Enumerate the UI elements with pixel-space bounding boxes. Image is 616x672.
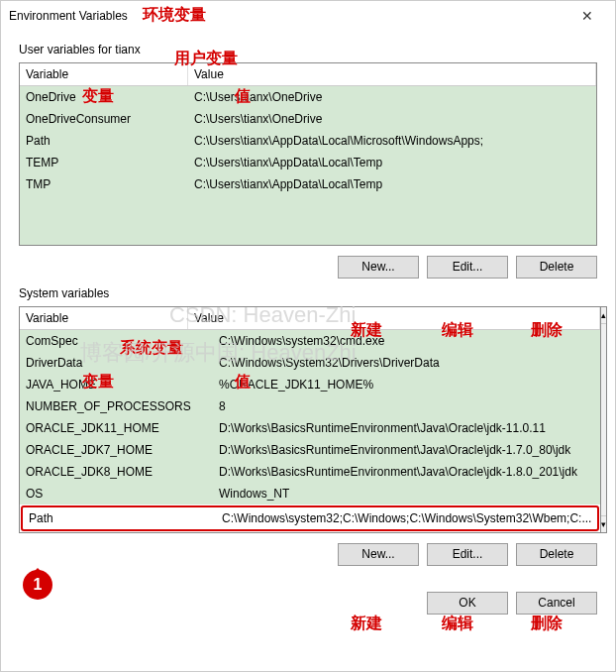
cell-variable: NUMBER_OF_PROCESSORS [20, 397, 213, 415]
window-title: Environment Variables [9, 9, 567, 23]
cell-value: C:\Users\tianx\AppData\Local\Temp [188, 175, 596, 193]
sys-vars-label: System variables [19, 286, 597, 300]
cell-variable: ORACLE_JDK8_HOME [20, 463, 213, 481]
table-row[interactable]: OSWindows_NT [20, 483, 600, 504]
col-variable[interactable]: Variable [20, 63, 188, 85]
cell-variable: ORACLE_JDK11_HOME [20, 419, 213, 437]
cell-value: C:\Users\tianx\OneDrive [188, 110, 596, 128]
cell-variable: ORACLE_JDK7_HOME [20, 441, 213, 459]
scroll-down-icon[interactable]: ▾ [601, 515, 606, 532]
sys-edit-button[interactable]: Edit... [427, 543, 508, 566]
cell-variable: DriverData [20, 354, 213, 372]
ok-cancel-row: OK Cancel [1, 586, 615, 620]
user-vars-listview[interactable]: Variable Value OneDriveC:\Users\tianx\On… [19, 62, 597, 246]
user-vars-header: Variable Value [20, 63, 596, 86]
cell-value: C:\Users\tianx\OneDrive [188, 88, 596, 106]
cell-value: C:\Windows\system32;C:\Windows;C:\Window… [216, 509, 597, 527]
cell-value: 8 [213, 397, 600, 415]
cell-variable: OneDriveConsumer [20, 110, 188, 128]
table-row[interactable]: OneDriveConsumerC:\Users\tianx\OneDrive [20, 108, 596, 130]
sys-delete-button[interactable]: Delete [516, 543, 597, 566]
cell-variable: Path [20, 132, 188, 150]
cell-variable: TEMP [20, 154, 188, 171]
cell-variable: TMP [20, 175, 188, 193]
cell-variable: Path [23, 509, 216, 527]
cell-value: C:\Users\tianx\AppData\Local\Microsoft\W… [188, 132, 596, 150]
table-row[interactable]: DriverDataC:\Windows\System32\Drivers\Dr… [20, 352, 600, 374]
cell-value: C:\Users\tianx\AppData\Local\Temp [188, 154, 596, 171]
table-row[interactable]: TEMPC:\Users\tianx\AppData\Local\Temp [20, 152, 596, 173]
user-new-button[interactable]: New... [338, 256, 419, 279]
dialog-content: User variables for tianx Variable Value … [1, 31, 615, 586]
table-row[interactable]: TMPC:\Users\tianx\AppData\Local\Temp [20, 173, 596, 195]
user-button-row: New... Edit... Delete [19, 256, 597, 279]
sys-vars-wrap: Variable Value ComSpecC:\Windows\system3… [19, 306, 597, 533]
table-row[interactable]: ORACLE_JDK11_HOMED:\Works\BasicsRuntimeE… [20, 417, 600, 439]
user-delete-button[interactable]: Delete [516, 256, 597, 279]
user-vars-body: OneDriveC:\Users\tianx\OneDriveOneDriveC… [20, 86, 596, 245]
table-row[interactable]: NUMBER_OF_PROCESSORS8 [20, 395, 600, 417]
col-value[interactable]: Value [188, 307, 600, 329]
scroll-up-icon[interactable]: ▴ [601, 307, 606, 324]
ok-button[interactable]: OK [427, 592, 508, 615]
cell-variable: JAVA_HOME [20, 376, 213, 393]
close-icon[interactable]: ✕ [567, 8, 607, 24]
user-vars-label: User variables for tianx [19, 43, 597, 56]
col-value[interactable]: Value [188, 63, 596, 85]
cell-value: Windows_NT [213, 485, 600, 503]
table-row[interactable]: PathC:\Users\tianx\AppData\Local\Microso… [20, 130, 596, 152]
sys-vars-listview[interactable]: Variable Value ComSpecC:\Windows\system3… [19, 306, 601, 533]
cell-value: D:\Works\BasicsRuntimeEnvironment\Java\O… [213, 419, 600, 437]
col-variable[interactable]: Variable [20, 307, 188, 329]
sys-button-row: New... Edit... Delete [19, 543, 597, 566]
table-row[interactable]: ComSpecC:\Windows\system32\cmd.exe [20, 330, 600, 352]
cell-variable: OneDrive [20, 88, 188, 106]
table-row[interactable]: ORACLE_JDK7_HOMED:\Works\BasicsRuntimeEn… [20, 439, 600, 461]
table-row[interactable]: ORACLE_JDK8_HOMED:\Works\BasicsRuntimeEn… [20, 461, 600, 483]
user-edit-button[interactable]: Edit... [427, 256, 508, 279]
cell-value: D:\Works\BasicsRuntimeEnvironment\Java\O… [213, 463, 600, 481]
sys-new-button[interactable]: New... [338, 543, 419, 566]
cell-variable: ComSpec [20, 332, 213, 350]
cancel-button[interactable]: Cancel [516, 592, 597, 615]
cell-value: C:\Windows\system32\cmd.exe [213, 332, 600, 350]
titlebar: Environment Variables ✕ [1, 1, 615, 31]
sys-row-selected[interactable]: Path C:\Windows\system32;C:\Windows;C:\W… [21, 505, 599, 531]
env-vars-dialog: Environment Variables ✕ User variables f… [0, 0, 616, 672]
cell-variable: OS [20, 485, 213, 503]
sys-scrollbar[interactable]: ▴ ▾ [601, 306, 607, 533]
table-row[interactable]: OneDriveC:\Users\tianx\OneDrive [20, 86, 596, 108]
annotation-marker-1: 1 [23, 570, 52, 600]
sys-vars-body: ComSpecC:\Windows\system32\cmd.exeDriver… [20, 330, 600, 504]
sys-vars-header: Variable Value [20, 307, 600, 330]
table-row[interactable]: JAVA_HOME%ORACLE_JDK11_HOME% [20, 374, 600, 395]
cell-value: D:\Works\BasicsRuntimeEnvironment\Java\O… [213, 441, 600, 459]
cell-value: C:\Windows\System32\Drivers\DriverData [213, 354, 600, 372]
cell-value: %ORACLE_JDK11_HOME% [213, 376, 600, 393]
